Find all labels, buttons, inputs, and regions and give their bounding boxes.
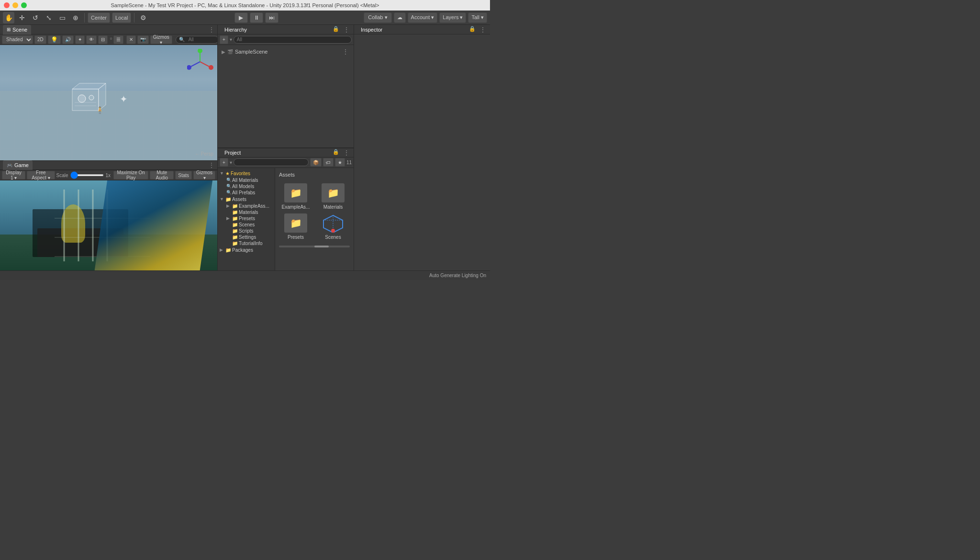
play-button[interactable]: ▶ <box>234 12 248 23</box>
inspector-menu-btn[interactable]: ⋮ <box>479 26 487 34</box>
scene-gizmo[interactable]: y x z <box>187 49 213 75</box>
mute-audio-btn[interactable]: Mute Audio <box>150 171 174 179</box>
hierarchy-add-btn[interactable]: + <box>220 35 228 44</box>
hierarchy-content: ▶ 🎬 SampleScene ⋮ <box>218 45 354 147</box>
project-favorites-btn[interactable]: ★ <box>335 158 345 167</box>
hierarchy-tab[interactable]: Hierarchy <box>221 26 251 34</box>
window-controls[interactable] <box>4 2 27 8</box>
hierarchy-search-input[interactable] <box>234 36 352 44</box>
scene-fx-btn[interactable]: ✦ <box>75 35 85 44</box>
packages-header-item[interactable]: ▶ 📁 Packages <box>218 246 275 254</box>
project-labels-btn[interactable]: 🏷 <box>323 158 334 167</box>
gizmos-btn[interactable]: Gizmos ▾ <box>150 35 172 44</box>
hierarchy-menu-btn[interactable]: ⋮ <box>342 26 351 34</box>
scene-close-btn[interactable]: ✕ <box>126 35 136 44</box>
scale-tool-button[interactable]: ⤡ <box>43 12 55 23</box>
main-toolbar: ✋ ✛ ↺ ⤡ ▭ ⊕ Center Local ⚙ ▶ ⏸ ⏭ Collab … <box>0 11 490 25</box>
example-assets-folder-label: ExampleAs... <box>282 204 310 210</box>
assets-header-item[interactable]: ▼ 📁 Assets <box>218 196 275 203</box>
status-bar: Auto Generate Lighting On <box>0 270 490 280</box>
all-materials-item[interactable]: 🔍 All Materials <box>224 177 275 183</box>
display-select-btn[interactable]: Display 1 ▾ <box>2 171 25 179</box>
game-section: 🎮 Game ⋮ Display 1 ▾ Free Aspect ▾ Scale… <box>0 160 217 270</box>
scene-item-icon: 🎬 <box>227 49 233 55</box>
extra-tool-button[interactable]: ⚙ <box>137 12 149 23</box>
scene-search-input[interactable] <box>187 35 215 44</box>
game-panel-menu[interactable]: ⋮ <box>209 162 214 168</box>
close-button[interactable] <box>4 2 10 8</box>
scenes-asset-item[interactable]: Scenes <box>316 213 350 240</box>
layout-dropdown[interactable]: Tall ▾ <box>468 12 487 23</box>
game-gizmos-btn[interactable]: Gizmos ▾ <box>193 171 215 179</box>
favorites-header-item[interactable]: ▼ ★ Favorites <box>218 170 275 177</box>
minimize-button[interactable] <box>12 2 18 8</box>
scene-view[interactable]: .box-stroke { stroke: rgba(255,255,255,0… <box>0 45 217 160</box>
example-assets-item[interactable]: ▶ 📁 ExampleAss... <box>224 203 275 209</box>
scale-control: Scale 1x <box>56 173 111 178</box>
assets-items: ▶ 📁 ExampleAss... 📁 Materials ▶ <box>218 203 275 246</box>
center-button[interactable]: Center <box>88 12 110 23</box>
scale-slider-input[interactable] <box>70 174 104 176</box>
example-assets-folder-item[interactable]: 📁 ExampleAs... <box>279 183 312 210</box>
maximize-on-play-btn[interactable]: Maximize On Play <box>113 171 148 179</box>
hierarchy-scene-item[interactable]: ▶ 🎬 SampleScene ⋮ <box>218 47 354 56</box>
scripts-tree-item[interactable]: 📁 Scripts <box>224 228 275 234</box>
svg-point-4 <box>89 95 94 100</box>
rect-tool-button[interactable]: ▭ <box>56 12 68 23</box>
scripts-tree-icon: 📁 <box>232 228 238 234</box>
scroll-thumb[interactable] <box>314 246 329 247</box>
favorites-arrow: ▼ <box>220 171 224 176</box>
project-add-btn[interactable]: + <box>220 158 228 167</box>
scene-tab[interactable]: ⊞ Scene <box>3 25 31 34</box>
inspector-tab[interactable]: Inspector <box>357 26 386 34</box>
settings-tree-item[interactable]: 📁 Settings <box>224 234 275 240</box>
project-lock-btn[interactable]: 🔒 <box>332 149 340 157</box>
scene-light-btn[interactable]: 💡 <box>48 35 61 44</box>
presets-folder-item[interactable]: 📁 Presets <box>279 213 312 240</box>
2d-toggle[interactable]: 2D <box>34 35 46 44</box>
scenes-tree-item[interactable]: 📁 Scenes <box>224 222 275 228</box>
all-prefabs-item[interactable]: 🔍 All Prefabs <box>224 190 275 196</box>
aspect-select-btn[interactable]: Free Aspect ▾ <box>27 171 55 179</box>
transform-tool-button[interactable]: ⊕ <box>70 12 81 23</box>
local-button[interactable]: Local <box>112 12 131 23</box>
scene-audio-btn[interactable]: 🔊 <box>62 35 74 44</box>
scene-panel-menu[interactable]: ⋮ <box>209 26 214 33</box>
project-dropdown-arrow[interactable]: ▾ <box>230 160 232 165</box>
shade-mode-select[interactable]: Shaded <box>2 35 33 44</box>
account-dropdown[interactable]: Account ▾ <box>408 12 438 23</box>
presets-tree-item[interactable]: ▶ 📁 Presets <box>224 215 275 222</box>
inspector-lock-btn[interactable]: 🔒 <box>468 26 477 34</box>
scene-cam-btn[interactable]: 📷 <box>137 35 149 44</box>
tutorial-tree-item[interactable]: 📁 TutorialInfo <box>224 240 275 246</box>
maximize-button[interactable] <box>21 2 27 8</box>
game-tab[interactable]: 🎮 Game <box>3 160 33 170</box>
all-models-item[interactable]: 🔍 All Models <box>224 183 275 190</box>
hand-tool-button[interactable]: ✋ <box>3 12 14 23</box>
step-button[interactable]: ⏭ <box>265 12 278 23</box>
project-search-input[interactable] <box>234 158 309 166</box>
hierarchy-lock-btn[interactable]: 🔒 <box>332 26 340 34</box>
stats-btn[interactable]: Stats <box>175 171 192 179</box>
scene-grid-btn[interactable]: ⊟ <box>98 35 108 44</box>
rotate-tool-button[interactable]: ↺ <box>30 12 41 23</box>
cloud-button[interactable]: ☁ <box>394 12 406 23</box>
materials-folder-item[interactable]: 📁 Materials <box>316 183 350 210</box>
settings-tree-icon: 📁 <box>232 235 238 240</box>
scene-hide-btn[interactable]: 👁 <box>86 35 97 44</box>
game-tab-icon: 🎮 <box>7 163 12 168</box>
project-packages-btn[interactable]: 📦 <box>310 158 322 167</box>
scene-item-menu[interactable]: ⋮ <box>341 48 350 56</box>
move-tool-button[interactable]: ✛ <box>16 12 28 23</box>
pause-button[interactable]: ⏸ <box>250 12 263 23</box>
hierarchy-panel: Hierarchy 🔒 ⋮ + ▾ ▶ 🎬 SampleScene <box>218 25 354 148</box>
scene-layers-btn[interactable]: ☰ <box>113 35 123 44</box>
tutorial-tree-icon: 📁 <box>232 241 238 246</box>
layers-dropdown[interactable]: Layers ▾ <box>439 12 466 23</box>
project-tab[interactable]: Project <box>221 149 245 157</box>
materials-tree-item[interactable]: 📁 Materials <box>224 209 275 215</box>
hierarchy-dropdown-arrow[interactable]: ▾ <box>230 37 232 42</box>
collab-button[interactable]: Collab ▾ <box>364 12 391 23</box>
project-menu-btn[interactable]: ⋮ <box>342 149 351 157</box>
game-view[interactable] <box>0 180 217 270</box>
